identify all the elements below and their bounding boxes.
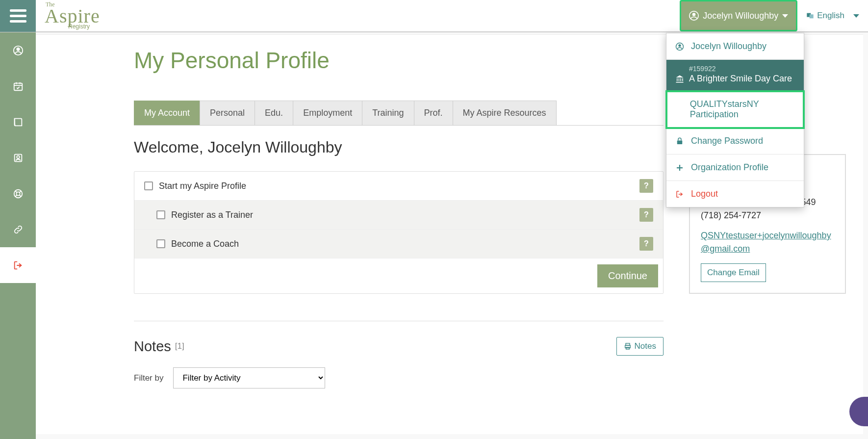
svg-point-5 [16, 48, 19, 51]
dropdown-logout-label: Logout [691, 189, 718, 199]
sidebar-item-logout[interactable] [0, 247, 36, 283]
left-sidebar [0, 32, 36, 439]
dropdown-org-name: A Brighter Smile Day Care [689, 74, 792, 84]
tab-my-account[interactable]: My Account [134, 101, 200, 125]
profile-tabs: My Account Personal Edu. Employment Trai… [134, 101, 664, 126]
dropdown-org-profile-label: Organization Profile [691, 162, 768, 173]
sidebar-item-help[interactable] [0, 176, 36, 211]
sidebar-item-profile[interactable] [0, 32, 36, 68]
task-label: Become a Coach [171, 239, 239, 249]
dropdown-item-logout[interactable]: Logout [666, 181, 804, 207]
user-menu-name: Jocelyn Willoughby [703, 11, 778, 21]
welcome-heading: Welcome, Jocelyn Willoughby [134, 138, 664, 156]
help-icon[interactable]: ? [639, 179, 653, 193]
main-column: My Personal Profile My Account Personal … [134, 47, 664, 388]
svg-point-10 [16, 192, 20, 195]
help-icon[interactable]: ? [639, 237, 653, 251]
help-icon[interactable]: ? [639, 208, 653, 222]
sign-out-icon [675, 190, 684, 199]
calendar-check-icon [13, 81, 24, 92]
tab-resources[interactable]: My Aspire Resources [453, 101, 557, 125]
print-icon [624, 342, 632, 350]
contact-email-link[interactable]: QSNYtestuser+jocelynwilloughby@gmail.com [701, 231, 831, 254]
link-icon [13, 224, 24, 235]
svg-point-8 [17, 155, 20, 158]
tab-professional[interactable]: Prof. [414, 101, 453, 125]
caret-down-icon [853, 14, 859, 18]
dropdown-item-qualitystars[interactable]: QUALITYstarsNY Participation [666, 91, 804, 128]
lock-icon [675, 137, 684, 146]
filter-label: Filter by [134, 373, 163, 383]
print-notes-button[interactable]: Notes [616, 337, 664, 356]
dropdown-item-organization[interactable]: #159922 A Brighter Smile Day Care [666, 60, 804, 91]
dropdown-change-password-label: Change Password [691, 136, 763, 146]
continue-row: Continue [134, 258, 663, 293]
user-circle-icon [689, 11, 699, 21]
sidebar-item-link[interactable] [0, 211, 36, 247]
tab-training[interactable]: Training [362, 101, 414, 125]
sidebar-item-calendar[interactable] [0, 68, 36, 104]
dropdown-item-org-profile[interactable]: Organization Profile [666, 155, 804, 181]
user-menu-button[interactable]: Jocelyn Willoughby [680, 0, 797, 31]
logo[interactable]: The Aspire Registry [45, 2, 100, 30]
task-label: Start my Aspire Profile [159, 181, 246, 191]
notes-filter-row: Filter by Filter by Activity [134, 367, 664, 388]
change-email-button[interactable]: Change Email [701, 263, 766, 282]
checkbox-start-profile[interactable] [144, 181, 153, 190]
task-row-become-coach: Become a Coach ? [134, 229, 663, 258]
user-circle-icon [13, 45, 24, 56]
user-circle-icon [675, 42, 684, 51]
id-card-icon [13, 153, 24, 163]
tab-employment[interactable]: Employment [293, 101, 362, 125]
top-header: The Aspire Registry Jocelyn Willoughby E… [0, 0, 868, 32]
continue-button[interactable]: Continue [597, 264, 658, 287]
dropdown-item-user[interactable]: Jocelyn Willoughby [666, 33, 804, 60]
notes-header: Notes [1] Notes [134, 337, 664, 356]
svg-point-15 [678, 44, 681, 47]
dropdown-qstars-label: QUALITYstarsNY Participation [690, 99, 795, 120]
svg-rect-6 [14, 83, 22, 90]
sidebar-item-id[interactable] [0, 140, 36, 176]
top-right-controls: Jocelyn Willoughby English [680, 0, 868, 31]
user-dropdown-menu: Jocelyn Willoughby #159922 A Brighter Sm… [666, 33, 804, 207]
svg-rect-16 [677, 140, 683, 144]
dropdown-item-change-password[interactable]: Change Password [666, 128, 804, 155]
svg-rect-3 [810, 14, 814, 18]
sidebar-item-book[interactable] [0, 104, 36, 140]
tab-education[interactable]: Edu. [255, 101, 293, 125]
svg-point-1 [692, 13, 696, 16]
tab-personal[interactable]: Personal [200, 101, 255, 125]
svg-point-9 [14, 189, 22, 198]
task-label: Register as a Trainer [171, 210, 253, 220]
checkbox-register-trainer[interactable] [156, 210, 165, 219]
language-label: English [817, 11, 844, 21]
book-icon [13, 117, 24, 128]
hamburger-icon [10, 8, 26, 24]
notes-title: Notes [134, 338, 171, 355]
task-row-start-profile: Start my Aspire Profile ? [134, 172, 663, 200]
caret-down-icon [782, 14, 788, 18]
task-row-register-trainer: Register as a Trainer ? [134, 200, 663, 229]
task-checklist: Start my Aspire Profile ? Register as a … [134, 171, 664, 294]
notes-count: [1] [175, 341, 184, 351]
logo-main-text: Aspire [45, 7, 100, 26]
lifebuoy-icon [13, 188, 24, 199]
hamburger-menu-button[interactable] [0, 0, 36, 32]
print-notes-label: Notes [635, 341, 656, 351]
dropdown-user-name: Jocelyn Willoughby [691, 41, 766, 52]
sign-out-icon [13, 260, 24, 271]
filter-activity-select[interactable]: Filter by Activity [173, 367, 325, 388]
institution-icon [675, 75, 684, 83]
plus-icon [675, 163, 684, 172]
logo-sub-text: Registry [68, 24, 100, 29]
divider [134, 321, 664, 321]
translate-icon [806, 12, 814, 20]
dropdown-org-number: #159922 [689, 65, 795, 73]
page-title: My Personal Profile [134, 47, 664, 74]
language-selector[interactable]: English [797, 0, 868, 31]
contact-phone: (718) 254-7727 [701, 209, 834, 222]
checkbox-become-coach[interactable] [156, 239, 165, 248]
